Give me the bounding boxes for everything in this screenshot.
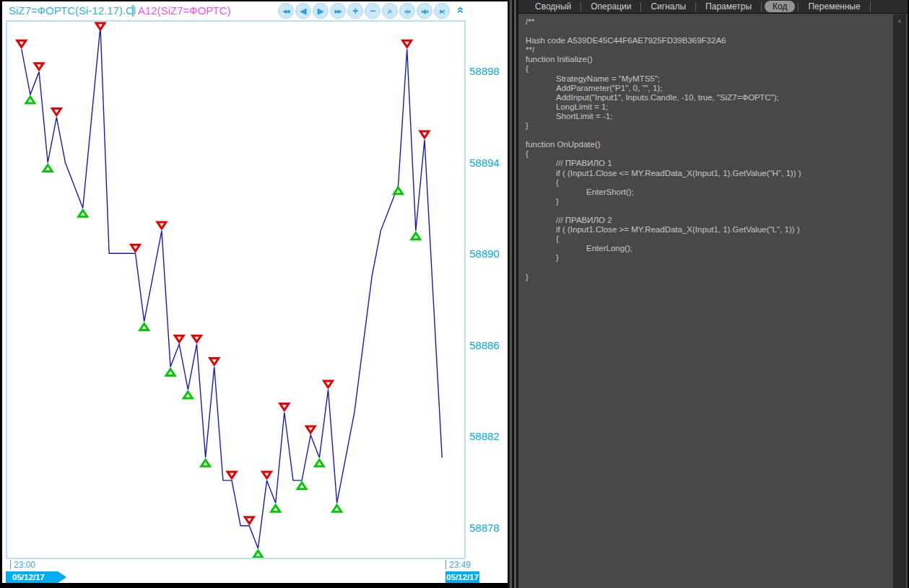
tab-сигналы[interactable]: Сигналы: [641, 1, 695, 12]
zoom-window-button[interactable]: ⌕: [382, 3, 398, 19]
step-forward-icon: ▶: [318, 7, 323, 15]
zoom-in-icon: +: [352, 6, 358, 16]
code-line: AddInput("Input1", Inputs.Candle, -10, t…: [518, 93, 887, 102]
code-line: }: [518, 253, 887, 263]
zoom-in-button[interactable]: +: [347, 3, 363, 19]
start-date-badge[interactable]: 05/12/17: [6, 571, 66, 583]
code-line: EnterShort();: [518, 188, 887, 197]
code-line: **/: [518, 45, 887, 55]
sell-signal-marker: [227, 472, 236, 478]
price-tick-label: 58898: [469, 65, 500, 77]
sell-signal-marker: [420, 131, 429, 138]
code-panel: СводныйОперацииСигналыПараметрыКодПереме…: [518, 0, 908, 588]
compress-candles-icon: ▸▮◂: [422, 9, 427, 14]
sell-signal-marker: [175, 335, 183, 342]
compress-horizontal-button[interactable]: ▸|◂: [399, 3, 415, 19]
code-line: [518, 131, 887, 140]
buy-signal-marker: [412, 233, 420, 240]
buy-signal-marker: [333, 505, 342, 512]
price-tick-label: 58894: [469, 157, 500, 169]
code-line: {: [518, 64, 887, 74]
window-edge-top: [0, 0, 508, 1]
scroll-up-icon[interactable]: ▲: [893, 17, 906, 24]
chart-title-strategy: A12(SiZ7=ФОРТС): [138, 4, 231, 17]
step-back-fast-icon: ◀◀: [283, 9, 290, 14]
end-date-badge[interactable]: 05/12/17: [445, 571, 479, 583]
go-to-end-button[interactable]: ▶|: [434, 3, 450, 19]
code-line: {: [518, 149, 887, 159]
code-line: AddParameter("P1", 0, "", 1);: [518, 84, 887, 93]
splitter-ridge: [510, 0, 512, 588]
tab-переменные[interactable]: Переменные: [799, 1, 869, 12]
sell-signal-marker: [131, 245, 140, 251]
buy-signal-marker: [26, 97, 35, 103]
zoom-out-button[interactable]: −: [365, 3, 380, 19]
price-tick-label: 58890: [469, 247, 500, 260]
buy-signal-marker: [166, 369, 175, 376]
time-tick-start: [10, 560, 11, 569]
code-line: ShortLimit = -1;: [518, 112, 887, 121]
sell-signal-marker: [324, 381, 333, 387]
chart-panel: SiZ7=ФОРТС(Si-12.17).Cl A12(SiZ7=ФОРТС) …: [0, 0, 508, 583]
time-label-end: 23:49: [449, 560, 471, 570]
step-back-button[interactable]: ◀: [295, 3, 311, 19]
sell-signal-marker: [210, 359, 219, 365]
chart-title-instrument: SiZ7=ФОРТС(Si-12.17).Cl: [9, 4, 136, 17]
price-tick-label: 58882: [469, 430, 500, 442]
step-forward-button[interactable]: ▶: [313, 3, 329, 19]
code-line: function OnUpdate(): [518, 140, 887, 149]
time-axis: 23:00 23:49: [0, 559, 508, 571]
code-line: }: [518, 197, 887, 206]
price-tick-label: 58886: [469, 339, 500, 351]
tab-код[interactable]: Код: [765, 1, 795, 12]
code-line: if ( (Input1.Close <= MY.ReadData_X(Inpu…: [518, 169, 887, 178]
code-scrollbar[interactable]: ▲: [893, 14, 906, 588]
chart-header: SiZ7=ФОРТС(Si-12.17).Cl A12(SiZ7=ФОРТС) …: [2, 1, 508, 20]
code-line: /// ПРАВИЛО 1: [518, 159, 887, 168]
sell-signal-marker: [35, 63, 43, 70]
code-line: }: [518, 121, 887, 131]
sell-signal-marker: [280, 404, 289, 411]
date-axis: 05/12/17 05/12/17: [0, 571, 508, 583]
buy-signal-marker: [315, 460, 323, 466]
tab-separator: [870, 2, 871, 12]
price-tick-label: 58878: [469, 522, 500, 534]
code-line: Hash code A539DE45C44F6AE7925FD39B369F32…: [518, 36, 887, 45]
step-forward-fast-icon: ▶▶: [335, 9, 342, 14]
sell-signal-marker: [245, 517, 253, 524]
collapse-toolbar-button[interactable]: «: [454, 3, 467, 17]
zoom-window-icon: ⌕: [388, 7, 392, 15]
tab-операции[interactable]: Операции: [581, 1, 640, 12]
code-line: {: [518, 178, 887, 188]
zoom-out-icon: −: [370, 6, 375, 16]
app-window: SiZ7=ФОРТС(Si-12.17).Cl A12(SiZ7=ФОРТС) …: [0, 0, 909, 588]
tab-separator: [761, 2, 762, 12]
time-label-start: 23:00: [14, 560, 35, 570]
buy-signal-marker: [271, 505, 280, 512]
tab-сводный[interactable]: Сводный: [526, 1, 580, 12]
buy-signal-marker: [43, 164, 52, 171]
sell-signal-marker: [306, 426, 315, 433]
code-line: if ( (Input1.Close >= MY.ReadData_X(Inpu…: [518, 225, 887, 234]
sell-signal-marker: [403, 40, 412, 47]
buy-signal-marker: [201, 460, 210, 466]
code-line: EnterLong();: [518, 244, 887, 253]
code-line: LongLimit = 1;: [518, 102, 887, 112]
code-line: function Initialize(): [518, 55, 887, 64]
step-forward-fast-button[interactable]: ▶▶: [330, 3, 346, 19]
price-line: [22, 27, 442, 548]
buy-signal-marker: [183, 392, 192, 398]
step-back-fast-button[interactable]: ◀◀: [278, 3, 294, 19]
code-line: }: [518, 273, 887, 282]
time-tick-end: [445, 560, 446, 569]
code-editor[interactable]: /**Hash code A539DE45C44F6AE7925FD39B369…: [518, 14, 908, 588]
sell-signal-marker: [17, 40, 26, 47]
chart-toolbar: ◀◀◀▶▶▶+−⌕▸|◂▸▮◂▶|: [278, 2, 450, 19]
tab-параметры[interactable]: Параметры: [696, 1, 761, 12]
buy-signal-marker: [297, 483, 306, 489]
chart-plot-area[interactable]: [6, 20, 466, 559]
sell-signal-marker: [157, 222, 166, 229]
panel-splitter[interactable]: [508, 0, 518, 588]
compress-candles-button[interactable]: ▸▮◂: [417, 3, 432, 19]
window-edge-left: [0, 0, 2, 583]
